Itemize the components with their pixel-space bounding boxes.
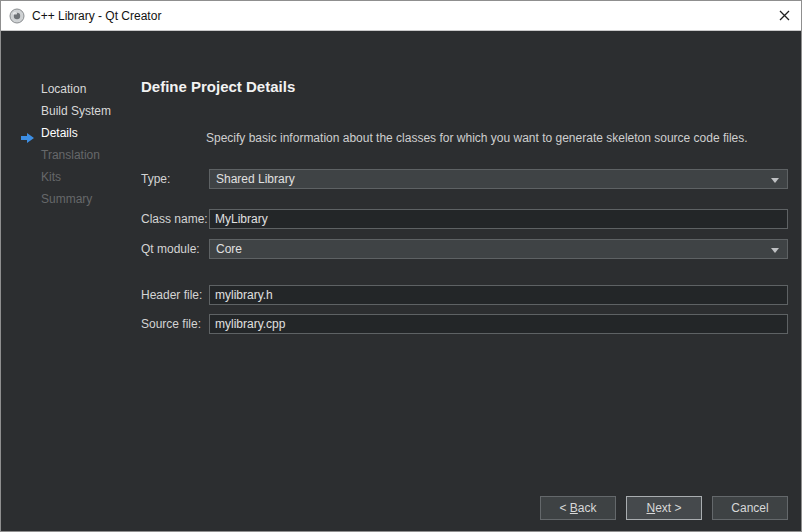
step-summary: Summary: [21, 188, 139, 210]
step-label: Kits: [41, 170, 61, 184]
wizard-steps: Location Build System Details Translatio…: [21, 78, 139, 210]
step-translation: Translation: [21, 144, 139, 166]
class-name-label: Class name:: [141, 212, 209, 226]
next-button[interactable]: Next >: [626, 496, 702, 520]
type-combobox[interactable]: Shared Library: [209, 169, 788, 189]
source-file-input[interactable]: [209, 314, 788, 334]
step-location: Location: [21, 78, 139, 100]
step-details: Details: [21, 122, 139, 144]
header-file-input[interactable]: [209, 285, 788, 305]
type-row: Type: Shared Library: [141, 169, 788, 189]
qt-module-combobox-value: Core: [216, 242, 242, 256]
page-description: Specify basic information about the clas…: [206, 131, 748, 145]
step-label: Location: [41, 82, 86, 96]
qt-module-row: Qt module: Core: [141, 239, 788, 259]
header-file-row: Header file:: [141, 285, 788, 305]
back-button[interactable]: < Back: [540, 496, 616, 520]
wizard-buttons: < Back Next > Cancel: [540, 496, 788, 520]
step-label: Details: [41, 126, 78, 140]
qt-creator-logo-icon: [9, 8, 25, 24]
wizard-dialog: C++ Library - Qt Creator Location Build …: [0, 0, 802, 532]
step-kits: Kits: [21, 166, 139, 188]
step-label: Translation: [41, 148, 100, 162]
step-label: Summary: [41, 192, 92, 206]
window-title: C++ Library - Qt Creator: [32, 9, 161, 23]
current-step-arrow-icon: [21, 128, 34, 138]
header-file-label: Header file:: [141, 288, 209, 302]
type-combobox-value: Shared Library: [216, 172, 295, 186]
class-name-row: Class name:: [141, 209, 788, 229]
chevron-down-icon: [771, 178, 779, 183]
close-button[interactable]: [767, 1, 801, 30]
type-label: Type:: [141, 172, 209, 186]
cancel-button[interactable]: Cancel: [712, 496, 788, 520]
page-title: Define Project Details: [141, 78, 295, 95]
title-bar[interactable]: C++ Library - Qt Creator: [1, 1, 801, 31]
class-name-input[interactable]: [209, 209, 788, 229]
source-file-row: Source file:: [141, 314, 788, 334]
details-form: Type: Shared Library Class name: Qt modu…: [141, 169, 788, 334]
step-build-system: Build System: [21, 100, 139, 122]
source-file-label: Source file:: [141, 317, 209, 331]
step-label: Build System: [41, 104, 111, 118]
qt-module-label: Qt module:: [141, 242, 209, 256]
chevron-down-icon: [771, 248, 779, 253]
wizard-body: Location Build System Details Translatio…: [1, 31, 801, 531]
qt-module-combobox[interactable]: Core: [209, 239, 788, 259]
